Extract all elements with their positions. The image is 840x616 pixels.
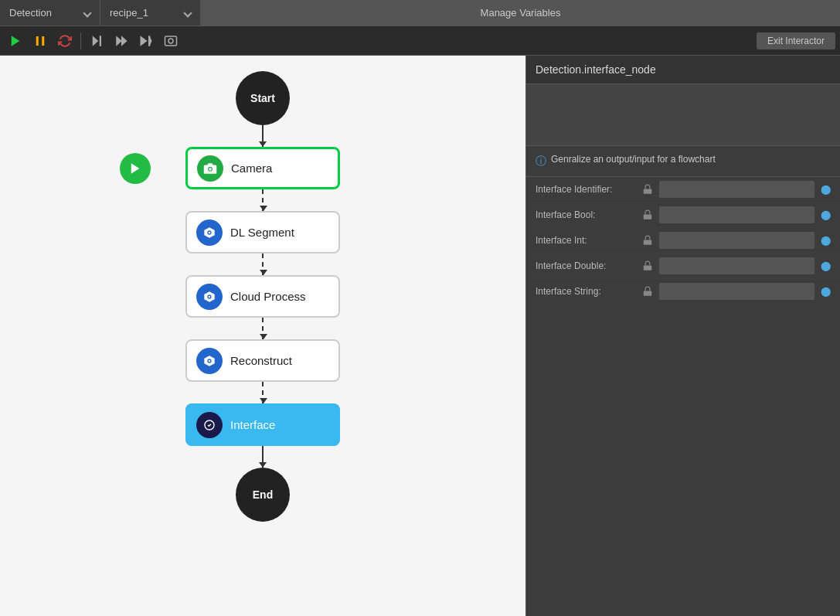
reconstruct-icon-circle xyxy=(196,348,223,374)
flowchart: Start xyxy=(0,56,525,616)
play-icon xyxy=(9,34,22,48)
identifier-label: Interface Identifier: xyxy=(536,184,636,195)
field-double: Interface Double: ⬤ xyxy=(526,254,840,279)
string-label: Interface String: xyxy=(536,286,636,297)
interface-icon xyxy=(203,419,216,431)
svg-rect-2 xyxy=(42,36,44,46)
dl-segment-node[interactable]: DL Segment xyxy=(185,211,340,254)
end-node[interactable]: End xyxy=(236,468,290,522)
svg-point-17 xyxy=(209,231,211,233)
interface-label: Interface xyxy=(230,418,275,431)
play-side-button[interactable] xyxy=(120,153,151,184)
cloud-process-icon-circle xyxy=(196,284,223,310)
int-lock-icon xyxy=(642,235,653,246)
identifier-action-icon[interactable]: ⬤ xyxy=(821,184,831,195)
play-button[interactable] xyxy=(5,30,26,52)
manage-variables-button[interactable]: Manage Variables xyxy=(201,0,840,26)
toolbar: Exit Interactor xyxy=(0,26,840,56)
screenshot-button[interactable] xyxy=(160,30,182,52)
arrow-camera-dlsegment xyxy=(262,189,264,211)
svg-rect-10 xyxy=(165,36,177,46)
svg-rect-26 xyxy=(644,240,652,244)
pause-button[interactable] xyxy=(29,30,51,52)
cloud-process-label: Cloud Process xyxy=(230,290,306,303)
info-icon: ⓘ xyxy=(536,155,546,168)
dl-segment-icon xyxy=(203,226,216,239)
svg-marker-0 xyxy=(12,36,20,46)
interface-icon-circle xyxy=(196,412,223,438)
bool-action-icon[interactable]: ⬤ xyxy=(821,209,831,220)
dl-segment-label: DL Segment xyxy=(230,226,294,239)
flowchart-panel: Start xyxy=(0,56,525,616)
end-label: End xyxy=(253,488,273,501)
int-label: Interface Int: xyxy=(536,235,636,246)
svg-marker-7 xyxy=(141,36,148,46)
bool-lock-icon xyxy=(642,209,653,220)
camera-icon-circle xyxy=(197,155,223,182)
reconstruct-label: Reconstruct xyxy=(230,354,292,367)
detection-chevron-icon xyxy=(83,9,91,17)
svg-rect-27 xyxy=(644,265,652,270)
fastforward-icon xyxy=(114,34,128,48)
svg-rect-4 xyxy=(100,36,101,46)
screenshot-icon xyxy=(164,34,178,48)
camera-icon xyxy=(203,162,217,175)
svg-point-23 xyxy=(209,359,211,362)
fastforward-button[interactable] xyxy=(111,30,132,52)
exit-interactor-button[interactable]: Exit Interactor xyxy=(757,32,835,49)
camera-node[interactable]: Camera xyxy=(185,147,340,189)
field-string: Interface String: ⬤ xyxy=(526,279,840,305)
svg-point-14 xyxy=(209,167,212,170)
info-row: ⓘ Genralize an output/input for a flowch… xyxy=(526,146,840,177)
start-node[interactable]: Start xyxy=(236,71,290,125)
svg-rect-25 xyxy=(644,214,652,219)
reconstruct-node[interactable]: Reconstruct xyxy=(185,339,340,382)
identifier-lock-icon xyxy=(642,184,653,195)
reconstruct-icon xyxy=(203,355,216,367)
arrow-start-camera xyxy=(262,125,264,147)
double-action-icon[interactable]: ⬤ xyxy=(821,260,831,271)
recipe-label: recipe_1 xyxy=(110,7,148,19)
refresh-icon xyxy=(58,34,72,48)
int-input[interactable] xyxy=(659,232,814,249)
arrow-reconstruct-interface xyxy=(262,382,264,403)
svg-marker-12 xyxy=(131,163,140,174)
start-label: Start xyxy=(250,92,275,104)
step-button[interactable] xyxy=(86,30,107,52)
svg-rect-1 xyxy=(36,36,39,46)
arrow-cloudprocess-reconstruct xyxy=(262,318,264,339)
skip-button[interactable] xyxy=(135,30,157,52)
svg-point-20 xyxy=(209,295,211,298)
cloud-process-node[interactable]: Cloud Process xyxy=(185,275,340,318)
skip-icon xyxy=(139,34,153,48)
right-panel: Detection.interface_node ⓘ Genralize an … xyxy=(525,56,840,616)
string-input[interactable] xyxy=(659,283,814,300)
detection-dropdown[interactable]: Detection xyxy=(0,0,100,26)
svg-marker-6 xyxy=(121,36,128,46)
start-node-container: Start xyxy=(236,71,290,125)
refresh-button[interactable] xyxy=(54,30,76,52)
identifier-input[interactable] xyxy=(659,181,814,198)
svg-point-11 xyxy=(168,39,173,43)
camera-label: Camera xyxy=(231,162,272,175)
double-label: Interface Double: xyxy=(536,260,636,271)
string-action-icon[interactable]: ⬤ xyxy=(821,286,831,297)
cloud-process-icon xyxy=(203,291,216,303)
svg-marker-9 xyxy=(150,36,152,46)
recipe-chevron-icon xyxy=(183,9,192,17)
main-layout: Start xyxy=(0,56,840,616)
arrow-dlsegment-cloudprocess xyxy=(262,254,264,275)
svg-rect-24 xyxy=(644,189,652,193)
top-bar: Detection recipe_1 Manage Variables xyxy=(0,0,840,26)
pause-icon xyxy=(33,34,47,48)
step-icon xyxy=(90,34,104,48)
interface-node[interactable]: Interface xyxy=(185,403,340,446)
double-input[interactable] xyxy=(659,257,814,274)
bool-input[interactable] xyxy=(659,206,814,223)
svg-rect-28 xyxy=(644,291,652,295)
recipe-dropdown[interactable]: recipe_1 xyxy=(100,0,201,26)
svg-marker-3 xyxy=(93,36,99,46)
field-bool: Interface Bool: ⬤ xyxy=(526,202,840,228)
int-action-icon[interactable]: ⬤ xyxy=(821,235,831,246)
toolbar-separator-1 xyxy=(80,32,81,49)
